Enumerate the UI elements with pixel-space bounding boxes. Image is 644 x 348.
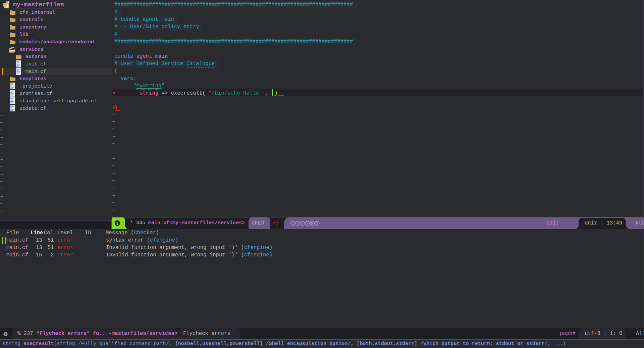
svg-text:2: 2 — [5, 332, 7, 336]
svg-text:a: a — [292, 222, 294, 225]
svg-text:y: y — [307, 222, 308, 225]
svg-text:K: K — [311, 221, 314, 225]
svg-text:S: S — [316, 221, 318, 225]
svg-text:s: s — [297, 222, 299, 225]
svg-text:1: 1 — [116, 221, 118, 226]
svg-text:p: p — [302, 222, 304, 225]
